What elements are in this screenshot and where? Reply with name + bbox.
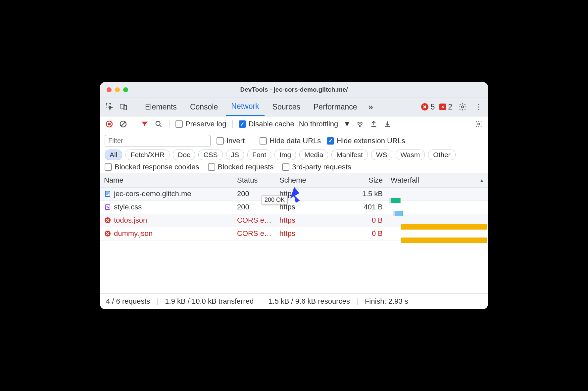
search-icon[interactable] xyxy=(154,119,163,129)
window-title: DevTools - jec-cors-demo.glitch.me/ xyxy=(100,86,488,93)
filter-icon[interactable] xyxy=(140,119,149,129)
col-status[interactable]: Status xyxy=(233,176,275,185)
table-row[interactable]: todos.jsonCORS e…https0 B xyxy=(100,214,488,227)
sort-asc-icon: ▲ xyxy=(479,178,484,183)
resource-chip-fetchxhr[interactable]: Fetch/XHR xyxy=(125,150,170,160)
kebab-menu-icon[interactable]: ⋮ xyxy=(473,101,484,112)
request-name: jec-cors-demo.glitch.me xyxy=(114,190,191,198)
empty-area xyxy=(100,240,488,293)
error-icon xyxy=(421,103,428,110)
titlebar: DevTools - jec-cors-demo.glitch.me/ xyxy=(100,82,488,98)
warning-count[interactable]: × 2 xyxy=(439,103,452,111)
request-size: 1.5 kB xyxy=(345,190,387,198)
blocked-cookies-checkbox[interactable]: Blocked response cookies xyxy=(105,163,199,171)
more-tabs-icon[interactable]: » xyxy=(365,101,376,112)
checkbox-icon xyxy=(260,137,267,145)
svg-point-11 xyxy=(478,123,480,125)
close-icon[interactable] xyxy=(107,87,112,92)
third-party-checkbox[interactable]: 3rd-party requests xyxy=(282,163,351,171)
hide-extension-urls-checkbox[interactable]: Hide extension URLs xyxy=(327,137,405,145)
status-tooltip: 200 OK xyxy=(262,195,288,204)
throttling-select[interactable]: No throttling ▼ xyxy=(299,120,351,128)
disable-cache-checkbox[interactable]: Disable cache xyxy=(239,120,294,128)
file-type-icon xyxy=(104,230,111,237)
tab-network[interactable]: Network xyxy=(226,98,264,116)
blocked-requests-checkbox[interactable]: Blocked requests xyxy=(208,163,274,171)
file-type-icon xyxy=(104,190,111,197)
file-type-icon xyxy=(104,217,111,224)
status-bar: 4 / 6 requests 1.9 kB / 10.0 kB transfer… xyxy=(100,293,488,309)
svg-point-8 xyxy=(156,121,160,126)
request-status: CORS e… xyxy=(233,229,275,238)
svg-point-10 xyxy=(360,126,361,127)
tab-console[interactable]: Console xyxy=(185,98,223,116)
resource-chip-css[interactable]: CSS xyxy=(198,150,222,160)
request-status: CORS e… xyxy=(233,216,275,225)
minimize-icon[interactable] xyxy=(115,87,120,92)
resource-chip-media[interactable]: Media xyxy=(299,150,328,160)
resource-chip-all[interactable]: All xyxy=(105,150,122,160)
request-size: 0 B xyxy=(345,216,387,225)
settings-icon[interactable] xyxy=(457,101,468,112)
table-row[interactable]: style.css200https401 B xyxy=(100,201,488,214)
network-table-header: Name Status Scheme Size Waterfall ▲ xyxy=(100,173,488,188)
window-controls[interactable] xyxy=(100,87,128,92)
resource-type-chips: AllFetch/XHRDocCSSJSFontImgMediaManifest… xyxy=(105,150,483,160)
checkbox-icon xyxy=(327,137,334,145)
export-har-icon[interactable] xyxy=(369,119,378,129)
col-name[interactable]: Name xyxy=(100,176,233,185)
network-rows: 200 OK jec-cors-demo.glitch.me200https1.… xyxy=(100,188,488,240)
network-conditions-icon[interactable] xyxy=(355,119,365,129)
checkbox-icon xyxy=(208,163,215,171)
import-har-icon[interactable] xyxy=(383,119,392,129)
checkbox-icon xyxy=(239,120,246,128)
record-icon[interactable] xyxy=(105,119,114,129)
resource-chip-other[interactable]: Other xyxy=(428,150,456,160)
filter-input[interactable] xyxy=(105,135,211,147)
maximize-icon[interactable] xyxy=(123,87,128,92)
svg-line-9 xyxy=(160,125,162,127)
request-name: dummy.json xyxy=(114,229,153,238)
tab-performance[interactable]: Performance xyxy=(308,98,363,116)
error-count[interactable]: 5 xyxy=(421,103,435,111)
panel-settings-icon[interactable] xyxy=(474,119,483,129)
checkbox-icon xyxy=(217,137,224,145)
error-count-value: 5 xyxy=(430,103,435,111)
resource-chip-manifest[interactable]: Manifest xyxy=(331,150,368,160)
file-type-icon xyxy=(104,203,111,211)
request-name: todos.json xyxy=(114,216,147,225)
inspect-icon[interactable] xyxy=(104,101,115,112)
col-waterfall[interactable]: Waterfall ▲ xyxy=(387,176,488,185)
invert-checkbox[interactable]: Invert xyxy=(217,137,245,145)
resource-chip-wasm[interactable]: Wasm xyxy=(396,150,425,160)
preserve-log-checkbox[interactable]: Preserve log xyxy=(175,120,226,128)
resource-chip-js[interactable]: JS xyxy=(226,150,244,160)
checkbox-icon xyxy=(105,163,112,171)
clear-icon[interactable] xyxy=(119,119,128,129)
tab-sources[interactable]: Sources xyxy=(267,98,306,116)
col-size[interactable]: Size xyxy=(345,176,387,185)
chevron-down-icon: ▼ xyxy=(343,120,351,128)
request-size: 401 B xyxy=(345,203,387,211)
svg-line-7 xyxy=(121,122,125,126)
resource-chip-font[interactable]: Font xyxy=(247,150,271,160)
network-toolbar: Preserve log Disable cache No throttling… xyxy=(100,116,488,132)
hide-data-urls-checkbox[interactable]: Hide data URLs xyxy=(260,137,321,145)
resource-chip-img[interactable]: Img xyxy=(274,150,296,160)
status-resources: 1.5 kB / 9.6 kB resources xyxy=(269,297,350,306)
svg-rect-5 xyxy=(108,123,111,125)
tab-elements[interactable]: Elements xyxy=(140,98,182,116)
filter-bar: Invert Hide data URLs Hide extension URL… xyxy=(100,132,488,173)
device-toolbar-icon[interactable] xyxy=(118,101,129,112)
resource-chip-doc[interactable]: Doc xyxy=(173,150,195,160)
request-size: 0 B xyxy=(345,229,387,238)
checkbox-icon xyxy=(175,120,183,128)
checkbox-icon xyxy=(282,163,289,171)
request-name: style.css xyxy=(114,203,142,211)
col-scheme[interactable]: Scheme xyxy=(275,176,345,185)
table-row[interactable]: jec-cors-demo.glitch.me200https1.5 kB xyxy=(100,188,488,201)
panel-tabs: Elements Console Network Sources Perform… xyxy=(100,98,488,116)
resource-chip-ws[interactable]: WS xyxy=(371,150,392,160)
issue-icon: × xyxy=(439,104,446,110)
request-scheme: https xyxy=(275,229,345,238)
